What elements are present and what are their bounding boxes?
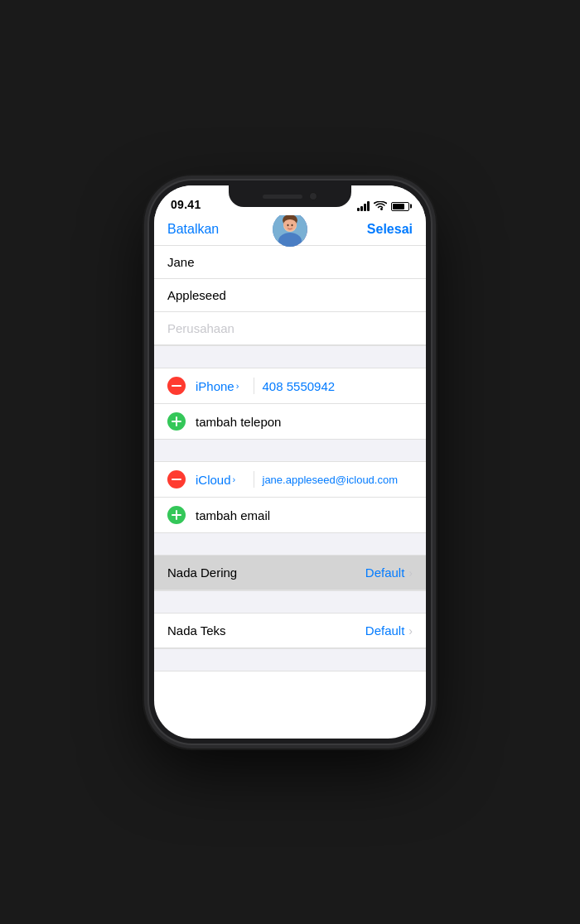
camera	[309, 192, 317, 200]
battery-icon	[391, 202, 409, 211]
nav-bar: Batalkan	[154, 215, 426, 246]
ringtone-row[interactable]: Nada Dering Default ›	[154, 556, 426, 590]
add-phone-label: tambah telepon	[196, 415, 281, 429]
add-email-label: tambah email	[196, 508, 270, 522]
section-gap-2	[154, 439, 426, 462]
plus-icon-2	[172, 510, 181, 520]
remove-phone-button[interactable]	[167, 377, 186, 395]
battery-fill	[393, 204, 404, 209]
phone-row: iPhone › 408 5550942	[154, 368, 426, 404]
field-separator-2	[254, 471, 254, 488]
status-icons	[357, 201, 409, 211]
first-name-section: Jane Appleseed Perusahaan	[154, 246, 426, 345]
first-name-value: Jane	[167, 255, 195, 269]
svg-point-6	[283, 219, 297, 229]
wifi-icon	[374, 201, 387, 211]
phone-frame: 09.41 Batalkan	[149, 180, 431, 744]
company-row[interactable]: Perusahaan	[154, 312, 426, 345]
speaker	[263, 195, 302, 199]
text-tone-label: Nada Teks	[167, 623, 226, 638]
company-placeholder: Perusahaan	[167, 321, 234, 335]
add-email-button[interactable]	[167, 506, 186, 524]
notch	[229, 185, 351, 207]
signal-icon	[357, 201, 370, 211]
ringtone-chevron-icon: ›	[408, 566, 413, 580]
ringtone-right: Default ›	[365, 565, 413, 580]
section-gap-5	[154, 648, 426, 671]
add-phone-button[interactable]	[167, 412, 186, 431]
last-name-row[interactable]: Appleseed	[154, 279, 426, 312]
plus-icon	[172, 416, 181, 426]
remove-email-button[interactable]	[167, 470, 186, 488]
cancel-button[interactable]: Batalkan	[167, 222, 219, 237]
email-value[interactable]: jane.appleseed@icloud.com	[263, 474, 399, 486]
section-gap-4	[154, 590, 426, 614]
chevron-right-icon: ›	[236, 381, 239, 391]
chevron-right-icon-2: ›	[233, 474, 236, 484]
minus-icon	[172, 385, 181, 387]
phone-number[interactable]: 408 5550942	[263, 379, 336, 393]
phone-section: iPhone › 408 5550942 tambah telepon	[154, 368, 426, 439]
email-type[interactable]: iCloud ›	[196, 473, 245, 487]
done-button[interactable]: Selesai	[367, 222, 413, 237]
text-tone-chevron-icon: ›	[408, 624, 413, 638]
minus-icon-2	[172, 479, 181, 480]
section-gap-1	[154, 345, 426, 368]
ringtone-value: Default	[365, 565, 405, 580]
text-tone-right: Default ›	[365, 623, 413, 638]
ringtone-label: Nada Dering	[167, 565, 237, 580]
last-name-value: Appleseed	[167, 288, 226, 302]
avatar[interactable]	[273, 212, 307, 247]
text-tone-row[interactable]: Nada Teks Default ›	[154, 614, 426, 648]
field-separator	[254, 378, 254, 394]
email-row: iCloud › jane.appleseed@icloud.com	[154, 462, 426, 498]
add-phone-row: tambah telepon	[154, 404, 426, 439]
first-name-row[interactable]: Jane	[154, 246, 426, 279]
phone-type[interactable]: iPhone ›	[196, 379, 245, 393]
section-gap-3	[154, 532, 426, 556]
svg-point-8	[292, 224, 293, 226]
text-tone-value: Default	[365, 623, 405, 638]
email-section: iCloud › jane.appleseed@icloud.com tamba…	[154, 462, 426, 532]
status-time: 09.41	[171, 198, 201, 211]
screen: 09.41 Batalkan	[154, 185, 426, 739]
svg-point-7	[288, 224, 289, 226]
add-email-row: tambah email	[154, 498, 426, 532]
